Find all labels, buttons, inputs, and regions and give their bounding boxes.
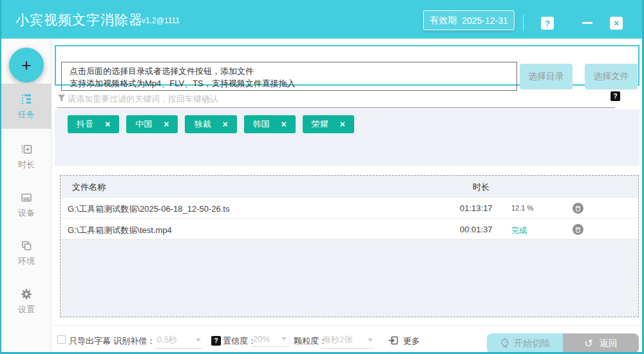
column-header-duration: 时长 (473, 182, 489, 193)
add-files-hint-line1: 点击后面的选择目录或者选择文件按钮，添加文件 (70, 65, 516, 77)
undo-icon: ↺ (584, 339, 592, 349)
sidebar-item-settings[interactable]: 设置 (1, 279, 52, 324)
column-header-filename: 文件名称 (72, 182, 106, 193)
more-icon[interactable] (388, 335, 399, 349)
tag-remove-icon[interactable]: × (340, 119, 345, 129)
app-title: 小宾视频文字消除器 (15, 11, 143, 29)
confidence-select[interactable]: 20% (251, 334, 289, 347)
keyword-tag[interactable]: 独裁 × (185, 115, 236, 133)
file-table: 文件名称 时长 G:\工具箱测试数据\2025-06-18_12-50-26.t… (60, 175, 639, 317)
tasks-icon (20, 93, 33, 106)
delete-file-button[interactable] (573, 203, 583, 214)
table-row[interactable]: G:\工具箱测试数据\2025-06-18_12-50-26.ts 01:13:… (61, 197, 638, 218)
file-status: 12.1 % (511, 204, 533, 212)
trash-icon (575, 227, 581, 233)
keyword-underline (57, 107, 615, 108)
compensation-label: 识别补偿： (113, 335, 155, 347)
main-content: 点击后面的选择目录或者选择文件按钮，添加文件 支持添加视频格式为Mp4、FLV、… (52, 39, 642, 352)
tag-label: 独裁 (194, 118, 211, 130)
keyword-tag[interactable]: 抖音 × (68, 115, 119, 133)
app-version: v1.2@1111 (142, 16, 180, 25)
add-files-panel: 点击后面的选择目录或者选择文件按钮，添加文件 支持添加视频格式为Mp4、FLV、… (55, 45, 639, 86)
minimize-icon[interactable] (582, 22, 592, 24)
trash-icon (575, 205, 581, 212)
keyword-help-icon[interactable]: ? (611, 91, 620, 101)
sidebar-item-label: 设置 (18, 304, 35, 315)
add-files-hint: 点击后面的选择目录或者选择文件按钮，添加文件 支持添加视频格式为Mp4、FLV、… (61, 62, 517, 91)
tag-label: 荣耀 (312, 118, 328, 130)
tag-remove-icon[interactable]: × (105, 119, 110, 129)
help-icon: ? (545, 19, 550, 28)
file-duration: 01:13:17 (460, 203, 493, 213)
more-label[interactable]: 更多 (403, 335, 420, 347)
sidebar: + 任务 时长 (1, 39, 52, 352)
table-header: 文件名称 时长 (61, 176, 638, 197)
sidebar-item-label: 设备 (18, 207, 35, 219)
close-icon: × (614, 18, 619, 28)
keyword-input[interactable] (68, 90, 596, 107)
validity-date: 2025-12-31 (462, 15, 508, 26)
keyword-tag[interactable]: 荣耀 × (303, 115, 354, 133)
file-duration: 00:01:37 (460, 225, 493, 234)
back-button[interactable]: ↺ 返回 (563, 333, 639, 353)
sidebar-item-label: 环境 (18, 256, 35, 267)
help-button[interactable]: ? (541, 17, 554, 30)
tag-row: 抖音 × 中国 × 独裁 × 韩国 × 荣耀 × (68, 115, 354, 133)
compensation-value: 0.5秒 (157, 334, 177, 346)
filter-funnel-icon (57, 94, 66, 106)
export-subtitle-label: 只导出字幕 (69, 335, 111, 347)
confidence-help-icon[interactable]: ? (211, 336, 221, 346)
gear-icon (20, 288, 33, 301)
granularity-value: 每秒2张 (323, 334, 352, 346)
timer-icon (500, 337, 510, 350)
select-file-button[interactable]: 选择文件 (585, 64, 638, 89)
export-subtitle-checkbox[interactable] (57, 335, 66, 344)
close-button[interactable]: × (610, 17, 623, 30)
tag-label: 韩国 (253, 118, 270, 130)
chevron-down-icon (281, 337, 287, 340)
sidebar-item-device[interactable]: 设备 (1, 182, 52, 227)
chevron-down-icon (196, 339, 201, 342)
keyword-tags-panel: 抖音 × 中国 × 独裁 × 韩国 × 荣耀 × (55, 109, 639, 166)
titlebar: 小宾视频文字消除器 v1.2@1111 有效期 2025-12-31 ? × (1, 0, 642, 39)
sidebar-item-label: 时长 (18, 159, 35, 171)
file-path: G:\工具箱测试数据\test.mp4 (68, 225, 172, 236)
file-status: 完成 (511, 225, 527, 236)
add-files-button[interactable]: + (9, 48, 44, 82)
keyword-tag[interactable]: 中国 × (126, 115, 178, 133)
table-row[interactable]: G:\工具箱测试数据\test.mp4 00:01:37 完成 (61, 218, 638, 239)
file-path: G:\工具箱测试数据\2025-06-18_12-50-26.ts (68, 203, 229, 215)
validity-label: 有效期 (430, 15, 457, 26)
titlebar-divider (523, 15, 524, 31)
delete-file-button[interactable] (573, 224, 583, 235)
tag-remove-icon[interactable]: × (222, 119, 227, 129)
footer-toolbar: 只导出字幕 识别补偿： 0.5秒 ? 置信度： 20% 颗粒度： 每秒2张 (52, 325, 642, 352)
plus-icon: + (21, 55, 31, 75)
duration-icon (20, 143, 33, 156)
sidebar-item-tasks[interactable]: 任务 (1, 84, 52, 129)
back-label: 返回 (600, 338, 618, 349)
granularity-select[interactable]: 每秒2张 (321, 334, 375, 349)
app-window: 小宾视频文字消除器 v1.2@1111 有效期 2025-12-31 ? × + (0, 0, 644, 354)
start-cut-label: 开始切除 (514, 338, 550, 349)
environment-icon (20, 239, 33, 252)
tag-remove-icon[interactable]: × (281, 119, 287, 129)
confidence-value: 20% (253, 334, 270, 344)
validity-button[interactable]: 有效期 2025-12-31 (423, 10, 515, 30)
tag-remove-icon[interactable]: × (164, 119, 169, 129)
tag-label: 抖音 (77, 118, 93, 130)
device-icon (20, 191, 33, 204)
compensation-select[interactable]: 0.5秒 (155, 334, 203, 349)
add-files-hint-line2: 支持添加视频格式为Mp4、FLV、TS，支持视频文件直接拖入 (70, 77, 516, 89)
chevron-down-icon (368, 339, 373, 342)
select-directory-button[interactable]: 选择目录 (520, 64, 573, 89)
sidebar-item-environment[interactable]: 环境 (1, 230, 52, 275)
sidebar-item-duration[interactable]: 时长 (1, 134, 52, 179)
tag-label: 中国 (135, 118, 152, 130)
start-cut-button[interactable]: 开始切除 (487, 333, 563, 353)
sidebar-item-label: 任务 (18, 109, 35, 120)
keyword-tag[interactable]: 韩国 × (244, 115, 296, 133)
